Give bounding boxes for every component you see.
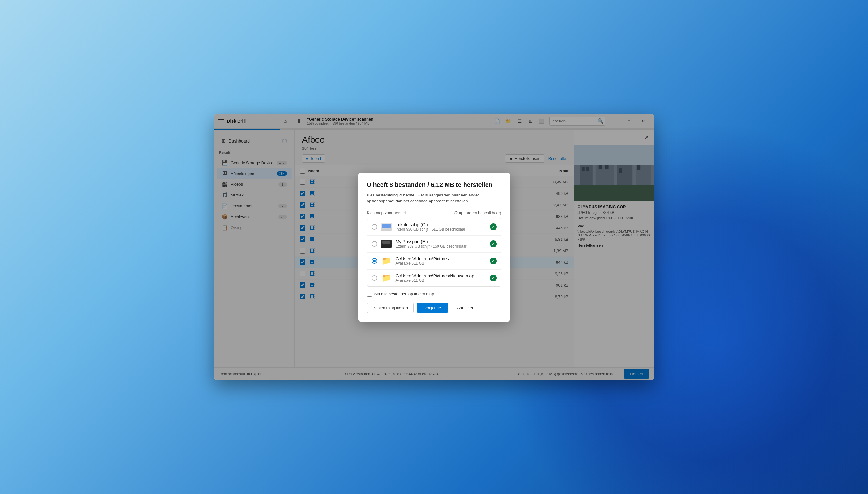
dest-item-pictures[interactable]: 📁 C:\Users\Admin-pc\Pictures Available 5… — [367, 252, 501, 270]
dest-icon-pictures: 📁 — [381, 256, 392, 265]
dest-name-local-c: Lokale schijf (C:) — [396, 222, 486, 227]
dest-info-nieuwe-map: C:\Users\Admin-pc\Pictures\Nieuwe map Av… — [396, 273, 486, 283]
dest-info-pictures: C:\Users\Admin-pc\Pictures Available 511… — [396, 256, 486, 266]
dest-icon-passport-e — [381, 240, 392, 248]
dest-icon-local-c — [381, 223, 392, 231]
dest-item-nieuwe-map[interactable]: 📁 C:\Users\Admin-pc\Pictures\Nieuwe map … — [367, 270, 501, 286]
folder-yellow-icon-2: 📁 — [382, 273, 391, 283]
dest-detail-pictures: Available 511 GB — [396, 261, 486, 266]
cancel-button[interactable]: Annuleer — [451, 303, 479, 313]
next-button[interactable]: Volgende — [417, 303, 448, 313]
app-window: Disk Drill ⌂ ⏸ "Generic Storage Device" … — [214, 114, 654, 380]
modal-actions: Bestemming kiezen Volgende Annuleer — [367, 303, 501, 313]
dest-radio-local-c[interactable] — [371, 224, 377, 230]
dest-radio-passport-e[interactable] — [371, 241, 377, 247]
save-in-one-folder-checkbox[interactable] — [367, 292, 372, 297]
dest-check-passport-e: ✓ — [490, 241, 497, 247]
destination-list: Lokale schijf (C:) Intern 930 GB schijf … — [367, 218, 501, 287]
dest-radio-nieuwe-map[interactable] — [371, 275, 377, 281]
save-in-one-folder-label: Sla alle bestanden op in één map — [374, 292, 434, 296]
modal-description: Kies bestemming vr herstel. Het is aange… — [367, 192, 501, 204]
dest-check-local-c: ✓ — [490, 224, 497, 230]
dest-name-passport-e: My Passport (E:) — [396, 239, 486, 244]
dest-icon-nieuwe-map: 📁 — [381, 274, 392, 282]
dest-check-nieuwe-map: ✓ — [490, 274, 497, 281]
modal-title: U heeft 8 bestanden / 6,12 MB te herstel… — [367, 181, 501, 188]
modal-section-label: Kies map voor herstel — [367, 210, 406, 215]
dest-check-pictures: ✓ — [490, 258, 497, 264]
dest-item-passport-e[interactable]: My Passport (E:) Extern 232 GB schijf • … — [367, 235, 501, 252]
dest-name-nieuwe-map: C:\Users\Admin-pc\Pictures\Nieuwe map — [396, 273, 486, 278]
modal-section-count: (2 apparaten beschikbaar) — [454, 210, 501, 215]
dest-radio-pictures[interactable] — [371, 258, 377, 264]
drive-c-icon — [381, 223, 392, 231]
dest-detail-nieuwe-map: Available 511 GB — [396, 278, 486, 283]
dest-info-passport-e: My Passport (E:) Extern 232 GB schijf • … — [396, 239, 486, 249]
drive-e-icon — [381, 240, 392, 248]
modal-section-header: Kies map voor herstel (2 apparaten besch… — [367, 210, 501, 215]
modal-overlay: U heeft 8 bestanden / 6,12 MB te herstel… — [214, 114, 654, 380]
dest-name-pictures: C:\Users\Admin-pc\Pictures — [396, 256, 486, 261]
dest-detail-local-c: Intern 930 GB schijf • 511 GB beschikbaa… — [396, 227, 486, 231]
choose-destination-button[interactable]: Bestemming kiezen — [367, 303, 414, 313]
modal-checkbox-row: Sla alle bestanden op in één map — [367, 292, 501, 297]
modal-dialog: U heeft 8 bestanden / 6,12 MB te herstel… — [358, 173, 510, 322]
dest-info-local-c: Lokale schijf (C:) Intern 930 GB schijf … — [396, 222, 486, 231]
dest-item-local-c[interactable]: Lokale schijf (C:) Intern 930 GB schijf … — [367, 218, 501, 235]
folder-yellow-icon: 📁 — [382, 256, 391, 266]
dest-detail-passport-e: Extern 232 GB schijf • 159 GB beschikbaa… — [396, 244, 486, 249]
